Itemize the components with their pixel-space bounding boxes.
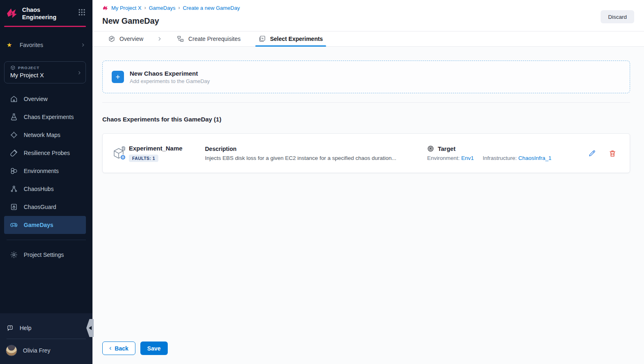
save-button[interactable]: Save [140,342,168,355]
delete-experiment-button[interactable] [608,149,617,157]
home-icon [10,95,18,103]
help-icon: ? [7,324,14,332]
overview-tab-icon [108,35,115,43]
sidebar-item-gamedays[interactable]: GameDays [4,216,86,234]
sidebar-item-resilience-probes[interactable]: Resilience Probes [4,144,86,162]
sidebar-item-network-maps[interactable]: Network Maps [4,126,86,144]
discard-button[interactable]: Discard [601,10,634,23]
sidebar-item-overview[interactable]: Overview [4,90,86,108]
sidebar-item-project-settings[interactable]: Project Settings [4,246,86,264]
new-chaos-experiment-box[interactable]: New Chaos Experiment Add experiments to … [102,61,630,93]
sidebar-item-help[interactable]: ? Help [0,318,92,338]
brand-accent-line [4,26,86,27]
wizard-footer: ‹ Back Save [102,342,168,355]
sidebar: Chaos Engineering ★ Favorites PROJECT My… [0,0,92,364]
new-experiment-subtitle: Add experiments to the GameDay [130,78,210,84]
back-chevron-icon: ‹ [109,344,111,352]
experiments-tab-icon [259,35,266,43]
infrastructure-label: Infrastructure: [483,155,517,161]
description-label: Description [205,146,427,152]
hub-graph-icon [10,185,18,193]
project-kicker-label: PROJECT [18,65,40,70]
tab-create-prerequisites[interactable]: Create Prerequisites [173,31,244,46]
svg-text:?: ? [9,326,11,329]
cube-icon [10,65,16,70]
sidebar-item-favorites[interactable]: ★ Favorites [0,40,92,50]
new-experiment-title: New Chaos Experiment [130,70,210,77]
pencil-icon [588,149,596,157]
chevron-right-icon [77,70,82,76]
wizard-tabbar: Overview Create Prerequisites Select Exp… [92,31,644,47]
section-heading: Chaos Experiments for this GameDay (1) [102,116,630,123]
sidebar-divider [7,240,86,240]
trash-icon [608,149,617,157]
sidebar-item-chaoshubs[interactable]: ChaosHubs [4,180,86,198]
experiment-card: Experiment_Name FAULTS: 1 Description In… [102,133,630,173]
gamepad-icon [10,221,18,229]
sidebar-footer: ? Help Olivia Frey [0,313,92,364]
network-map-icon [10,131,18,139]
breadcrumb-link-project[interactable]: My Project X [111,5,142,11]
favorites-label: Favorites [20,42,80,48]
breadcrumb-separator: › [144,5,146,11]
breadcrumb-link-gamedays[interactable]: GameDays [149,5,176,11]
target-label: Target [438,146,455,152]
avatar [6,345,17,356]
environment-link[interactable]: Env1 [461,155,474,161]
tab-chevron-icon [156,31,163,46]
sidebar-menu: Overview Chaos Experiments Network Maps … [0,90,92,234]
sidebar-header: Chaos Engineering [0,0,92,26]
project-selector[interactable]: PROJECT My Project X [4,61,86,83]
page-title: New GameDay [102,16,634,26]
content-divider [102,102,630,103]
plus-icon [115,74,121,80]
sidebar-footer-divider [7,339,86,339]
content: New Chaos Experiment Add experiments to … [92,47,644,364]
app-title: Chaos Engineering [22,6,56,21]
app-grid-icon[interactable] [78,8,86,16]
faults-badge: FAULTS: 1 [129,155,158,162]
sidebar-item-environments[interactable]: Environments [4,162,86,180]
user-profile[interactable]: Olivia Frey [0,340,92,361]
edit-experiment-button[interactable] [588,149,596,157]
tab-overview[interactable]: Overview [105,31,146,46]
user-name: Olivia Frey [23,347,50,354]
main-area: My Project X › GameDays › Create a new G… [92,0,644,364]
description-text: Injects EBS disk loss for a given EC2 in… [205,155,427,161]
flask-icon [10,113,18,121]
environments-icon [10,167,18,175]
infrastructure-link[interactable]: ChaosInfra_1 [518,155,552,161]
target-icon [427,145,434,152]
breadcrumb-link-create[interactable]: Create a new GameDay [183,5,240,11]
gear-icon [10,251,18,259]
star-icon: ★ [7,41,15,49]
sidebar-item-chaosguard[interactable]: ChaosGuard [4,198,86,216]
breadcrumb-separator: › [178,5,180,11]
guard-lock-icon [10,203,18,211]
sidebar-item-chaos-experiments[interactable]: Chaos Experiments [4,108,86,126]
collapse-arrow-icon [89,326,92,330]
project-name: My Project X [10,72,81,79]
experiment-cube-icon [112,145,128,162]
breadcrumb: My Project X › GameDays › Create a new G… [102,4,634,11]
chevron-right-icon [80,42,86,48]
probe-icon [10,149,18,157]
environment-label: Environment: [427,155,460,161]
harness-mini-logo-icon [102,5,108,11]
experiment-name: Experiment_Name [129,145,205,152]
page-header: My Project X › GameDays › Create a new G… [92,0,644,31]
prerequisites-tab-icon [177,35,184,43]
back-button[interactable]: ‹ Back [102,342,135,355]
add-experiment-button[interactable] [112,71,124,83]
tab-select-experiments[interactable]: Select Experiments [255,31,326,46]
harness-logo-icon [6,7,18,19]
